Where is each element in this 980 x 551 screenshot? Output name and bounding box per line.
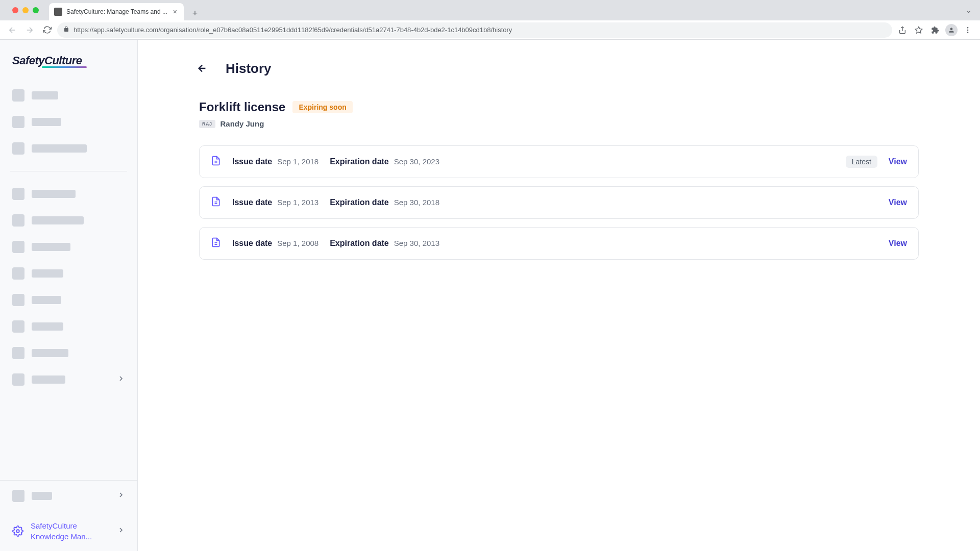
profile-icon[interactable] <box>944 23 959 37</box>
skeleton-text <box>32 492 52 500</box>
history-card: Issue dateSep 1, 2008Expiration dateSep … <box>199 227 919 260</box>
skeleton-text <box>32 243 70 251</box>
history-card: Issue dateSep 1, 2018Expiration dateSep … <box>199 145 919 178</box>
close-window-icon[interactable] <box>12 7 18 13</box>
chevron-right-icon <box>117 374 125 385</box>
tab-title: SafetyCulture: Manage Teams and ... <box>66 8 167 15</box>
issue-date-group: Issue dateSep 1, 2013 <box>232 198 318 207</box>
skeleton-text <box>32 118 61 126</box>
skeleton-icon <box>12 241 24 253</box>
credential-header: Forklift license Expiring soon RAJ Randy… <box>199 100 919 128</box>
nav-item-skeleton[interactable] <box>10 181 127 207</box>
view-link[interactable]: View <box>889 198 907 207</box>
bookmark-icon[interactable] <box>912 23 926 37</box>
nav-item-skeleton[interactable] <box>10 260 127 287</box>
back-button[interactable] <box>5 23 19 37</box>
chevron-right-icon <box>117 526 125 537</box>
skeleton-icon <box>12 116 24 128</box>
nav-item-skeleton[interactable] <box>10 234 127 260</box>
nav-item-skeleton[interactable] <box>10 109 127 135</box>
url-field[interactable]: https://app.safetyculture.com/organisati… <box>57 22 892 38</box>
issue-date-value: Sep 1, 2008 <box>277 239 318 247</box>
share-icon[interactable] <box>895 23 910 37</box>
skeleton-icon <box>12 490 24 502</box>
extensions-icon[interactable] <box>928 23 942 37</box>
url-text: https://app.safetyculture.com/organisati… <box>74 26 512 34</box>
nav-item-skeleton[interactable] <box>10 135 127 162</box>
nav-item-skeleton[interactable] <box>10 366 127 393</box>
nav-item-skeleton[interactable] <box>10 313 127 340</box>
expiration-date-value: Sep 30, 2018 <box>394 198 439 207</box>
nav-item-skeleton[interactable] <box>10 207 127 234</box>
sidebar-footer-item[interactable] <box>0 481 137 511</box>
lock-icon <box>63 26 69 34</box>
skeleton-text <box>32 91 58 99</box>
view-link[interactable]: View <box>889 239 907 248</box>
history-list: Issue dateSep 1, 2018Expiration dateSep … <box>199 145 919 260</box>
expiration-date-group: Expiration dateSep 30, 2013 <box>330 239 439 248</box>
window-controls <box>6 0 45 20</box>
close-tab-icon[interactable]: × <box>172 8 179 15</box>
skeleton-text <box>32 269 63 278</box>
svg-point-1 <box>967 27 969 29</box>
user-row: RAJ Randy Jung <box>199 119 919 128</box>
skeleton-icon <box>12 89 24 102</box>
view-link[interactable]: View <box>889 157 907 166</box>
knowledge-manager-link[interactable]: SafetyCulture Knowledge Man... <box>0 511 137 551</box>
skeleton-icon <box>12 373 24 386</box>
svg-point-2 <box>967 29 969 31</box>
forward-button[interactable] <box>22 23 37 37</box>
browser-chrome: SafetyCulture: Manage Teams and ... × + … <box>0 0 980 40</box>
issue-date-label: Issue date <box>232 239 272 248</box>
document-icon <box>211 155 221 168</box>
app-container: SafetyCulture SafetyCulture K <box>0 40 980 551</box>
issue-date-value: Sep 1, 2013 <box>277 198 318 207</box>
favicon-icon <box>54 8 62 16</box>
knowledge-manager-label: SafetyCulture Knowledge Man... <box>31 520 110 542</box>
skeleton-icon <box>12 320 24 333</box>
issue-date-label: Issue date <box>232 157 272 166</box>
logo[interactable]: SafetyCulture <box>0 50 137 78</box>
skeleton-text <box>32 144 87 153</box>
expiration-date-label: Expiration date <box>330 157 389 166</box>
user-name: Randy Jung <box>220 119 264 128</box>
chevron-right-icon <box>117 491 125 501</box>
document-icon <box>211 237 221 250</box>
nav-divider <box>10 171 127 171</box>
gear-icon <box>12 525 23 537</box>
browser-tab[interactable]: SafetyCulture: Manage Teams and ... × <box>49 3 184 20</box>
new-tab-button[interactable]: + <box>188 6 202 20</box>
expiration-date-group: Expiration dateSep 30, 2018 <box>330 198 439 207</box>
skeleton-text <box>32 349 68 357</box>
nav-item-skeleton[interactable] <box>10 287 127 313</box>
nav-item-skeleton[interactable] <box>10 340 127 366</box>
expiration-date-label: Expiration date <box>330 198 389 207</box>
issue-date-group: Issue dateSep 1, 2018 <box>232 157 318 166</box>
skeleton-icon <box>12 214 24 227</box>
chevron-down-icon[interactable]: ⌄ <box>966 6 972 14</box>
sidebar-footer: SafetyCulture Knowledge Man... <box>0 480 137 551</box>
nav-item-skeleton[interactable] <box>10 82 127 109</box>
address-bar: https://app.safetyculture.com/organisati… <box>0 20 980 40</box>
skeleton-icon <box>12 188 24 200</box>
expiration-date-value: Sep 30, 2023 <box>394 157 439 166</box>
expiration-date-value: Sep 30, 2013 <box>394 239 439 247</box>
reload-button[interactable] <box>40 23 54 37</box>
maximize-window-icon[interactable] <box>33 7 39 13</box>
skeleton-icon <box>12 347 24 359</box>
tab-bar: SafetyCulture: Manage Teams and ... × + … <box>0 0 980 20</box>
latest-badge: Latest <box>846 156 877 168</box>
skeleton-icon <box>12 142 24 155</box>
svg-marker-0 <box>915 27 922 33</box>
menu-icon[interactable] <box>961 23 975 37</box>
document-icon <box>211 196 221 209</box>
minimize-window-icon[interactable] <box>22 7 29 13</box>
skeleton-icon <box>12 267 24 280</box>
issue-date-group: Issue dateSep 1, 2008 <box>232 239 318 248</box>
page-header: History <box>199 60 919 77</box>
history-card: Issue dateSep 1, 2013Expiration dateSep … <box>199 186 919 219</box>
expiration-date-label: Expiration date <box>330 239 389 248</box>
issue-date-label: Issue date <box>232 198 272 207</box>
svg-point-3 <box>967 32 969 33</box>
back-button[interactable] <box>194 60 210 77</box>
